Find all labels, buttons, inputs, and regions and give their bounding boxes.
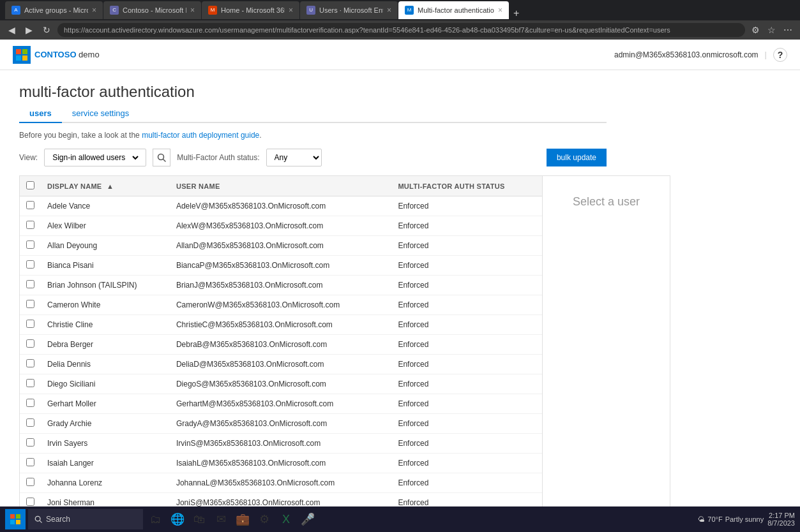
row-checkbox[interactable]: [26, 379, 34, 387]
taskbar-mail-icon[interactable]: ✉: [211, 509, 231, 529]
row-mfa-status: Enforced: [391, 196, 542, 216]
taskbar-teams-icon[interactable]: 💼: [232, 509, 253, 529]
bookmark-icon[interactable]: ☆: [765, 24, 778, 36]
row-mfa-status: Enforced: [391, 276, 542, 295]
table-row[interactable]: Diego SicilianiDiegoS@M365x85368103.OnMi…: [20, 374, 542, 394]
table-row[interactable]: Johanna LorenzJohannaL@M365x85368103.OnM…: [20, 473, 542, 493]
deployment-guide-link[interactable]: multi-factor auth deployment guide: [142, 131, 259, 140]
taskbar-stt-icon[interactable]: 🎤: [298, 509, 318, 529]
row-checkbox[interactable]: [26, 339, 34, 348]
row-checkbox[interactable]: [26, 498, 34, 506]
header-help-button[interactable]: ?: [773, 48, 787, 62]
page-content: multi-factor authentication users servic…: [0, 70, 626, 532]
row-user-name: GerhartM@M365x85368103.OnMicrosoft.com: [170, 394, 392, 414]
row-checkbox[interactable]: [26, 280, 34, 288]
row-checkbox[interactable]: [26, 221, 34, 229]
row-checkbox[interactable]: [26, 359, 34, 367]
header-display-name[interactable]: DISPLAY NAME ▲: [41, 176, 170, 196]
more-icon[interactable]: ⋯: [781, 24, 795, 36]
start-button[interactable]: [5, 509, 26, 529]
browser-toolbar: ◀ ▶ ↻ https://account.activedirectory.wi…: [0, 20, 800, 40]
table-row[interactable]: Alex WilberAlexW@M365x85368103.OnMicroso…: [20, 216, 542, 236]
table-row[interactable]: Bianca PisaniBiancaP@M365x85368103.OnMic…: [20, 256, 542, 276]
table-row[interactable]: Irvin SayersIrvinS@M365x85368103.OnMicro…: [20, 434, 542, 454]
row-checkbox[interactable]: [26, 320, 34, 328]
tab-label-4: Users · Microsoft Entra admin c...: [319, 6, 383, 14]
browser-tab-5[interactable]: M Multi-factor authentication ×: [398, 1, 509, 19]
browser-tab-2[interactable]: C Contoso - Microsoft Entra adm... ×: [103, 1, 201, 19]
table-row[interactable]: Isaiah LangerIsaiahL@M365x85368103.OnMic…: [20, 454, 542, 473]
table-row[interactable]: Grady ArchieGradyA@M365x85368103.OnMicro…: [20, 414, 542, 434]
table-row[interactable]: Cameron WhiteCameronW@M365x85368103.OnMi…: [20, 295, 542, 315]
bulk-update-button[interactable]: bulk update: [547, 149, 607, 166]
tab-favicon-4: U: [306, 6, 315, 15]
header-right: admin@M365x85368103.onmicrosoft.com | ?: [614, 48, 787, 62]
back-button[interactable]: ◀: [5, 24, 19, 36]
tab-label-1: Active groups - Microsoft 365...: [24, 6, 88, 14]
browser-tab-1[interactable]: A Active groups - Microsoft 365... ×: [5, 1, 103, 19]
new-tab-button[interactable]: +: [509, 8, 523, 19]
row-user-name: AdeleV@M365x85368103.OnMicrosoft.com: [170, 196, 392, 216]
table-row[interactable]: Christie ClineChristieC@M365x85368103.On…: [20, 315, 542, 335]
taskbar-explorer-icon[interactable]: 🗂: [146, 509, 166, 529]
svg-rect-9: [16, 520, 20, 524]
view-select[interactable]: Sign-in allowed users Sign-in blocked us…: [50, 152, 140, 163]
table-row[interactable]: Debra BergerDebraB@M365x85368103.OnMicro…: [20, 335, 542, 355]
table-row[interactable]: Allan DeyoungAllanD@M365x85368103.OnMicr…: [20, 236, 542, 256]
taskbar-excel-icon[interactable]: X: [276, 509, 296, 529]
refresh-button[interactable]: ↻: [40, 24, 54, 36]
row-check-col: [20, 374, 41, 394]
address-bar[interactable]: https://account.activedirectory.windowsa…: [57, 23, 745, 37]
tab-close-3[interactable]: ×: [289, 6, 293, 15]
svg-rect-7: [16, 514, 20, 519]
tab-users[interactable]: users: [19, 105, 62, 123]
row-user-name: AlexW@M365x85368103.OnMicrosoft.com: [170, 216, 392, 236]
table-row[interactable]: Delia DennisDeliaD@M365x85368103.OnMicro…: [20, 355, 542, 374]
row-display-name: Christie Cline: [41, 315, 170, 335]
row-check-col: [20, 414, 41, 434]
row-checkbox[interactable]: [26, 438, 34, 447]
browser-tab-3[interactable]: M Home - Microsoft 365 security ×: [202, 1, 299, 19]
row-user-name: CameronW@M365x85368103.OnMicrosoft.com: [170, 295, 392, 315]
row-checkbox[interactable]: [26, 418, 34, 427]
row-display-name: Gerhart Moller: [41, 394, 170, 414]
table-row[interactable]: Adele VanceAdeleV@M365x85368103.OnMicros…: [20, 196, 542, 216]
row-checkbox[interactable]: [26, 399, 34, 407]
svg-line-11: [40, 521, 42, 522]
row-mfa-status: Enforced: [391, 374, 542, 394]
taskbar-time: 2:17 PM: [767, 512, 795, 519]
tab-close-5[interactable]: ×: [498, 6, 502, 15]
tab-close-2[interactable]: ×: [190, 6, 195, 15]
row-user-name: IrvinS@M365x85368103.OnMicrosoft.com: [170, 434, 392, 454]
row-checkbox[interactable]: [26, 240, 34, 249]
tab-service-settings[interactable]: service settings: [62, 105, 140, 123]
tab-favicon-3: M: [208, 6, 217, 15]
row-checkbox[interactable]: [26, 201, 34, 209]
table-row[interactable]: Gerhart MollerGerhartM@M365x85368103.OnM…: [20, 394, 542, 414]
mfa-status-select[interactable]: Any Enabled Enforced Disabled: [266, 149, 322, 166]
tabs: users service settings: [19, 105, 607, 123]
row-mfa-status: Enforced: [391, 434, 542, 454]
svg-rect-6: [10, 514, 15, 519]
row-check-col: [20, 276, 41, 295]
taskbar-search[interactable]: Search: [28, 509, 143, 529]
tab-close-4[interactable]: ×: [387, 6, 391, 15]
table-row[interactable]: Brian Johnson (TAILSPIN)BrianJ@M365x8536…: [20, 276, 542, 295]
tab-close-1[interactable]: ×: [92, 6, 96, 15]
taskbar-edge-icon[interactable]: 🌐: [167, 509, 188, 529]
search-button[interactable]: [153, 149, 170, 166]
select-all-checkbox[interactable]: [26, 181, 34, 189]
row-checkbox[interactable]: [26, 458, 34, 466]
row-display-name: Johanna Lorenz: [41, 473, 170, 493]
view-select-container[interactable]: Sign-in allowed users Sign-in blocked us…: [44, 149, 146, 166]
forward-button[interactable]: ▶: [22, 24, 36, 36]
row-checkbox[interactable]: [26, 300, 34, 308]
taskbar-store-icon[interactable]: 🛍: [189, 509, 209, 529]
row-check-col: [20, 454, 41, 473]
browser-tab-4[interactable]: U Users · Microsoft Entra admin c... ×: [300, 1, 398, 19]
taskbar-settings-icon[interactable]: ⚙: [254, 509, 275, 529]
row-checkbox[interactable]: [26, 478, 34, 486]
extensions-icon[interactable]: ⚙: [749, 24, 762, 36]
row-checkbox[interactable]: [26, 260, 34, 269]
row-mfa-status: Enforced: [391, 236, 542, 256]
